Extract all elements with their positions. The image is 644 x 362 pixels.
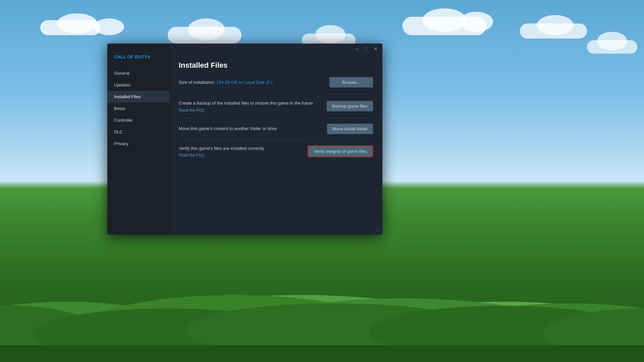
move-description: Move this game's content to another fold… xyxy=(179,125,320,132)
verify-section: Verify this game's files are installed c… xyxy=(179,139,373,163)
backup-description: Create a backup of the installed files t… xyxy=(179,100,320,107)
sidebar-item-updates[interactable]: Updates xyxy=(107,79,169,91)
verify-description: Verify this game's files are installed c… xyxy=(179,145,301,152)
sidebar-item-general[interactable]: General xyxy=(107,67,169,79)
cloud-3-puff xyxy=(315,25,345,44)
verify-info: Verify this game's files are installed c… xyxy=(179,145,301,158)
resize-handle: ⊿ xyxy=(375,227,379,232)
title-bar: ─ □ ✕ xyxy=(169,44,382,54)
install-size-row: Size of installation: 154.26 GB on Local… xyxy=(179,77,373,93)
cloud-4-puff2 xyxy=(460,12,493,32)
verify-faq-link[interactable]: Read the FAQ xyxy=(179,153,301,158)
backup-faq-link[interactable]: Read the FAQ xyxy=(179,108,320,113)
sidebar-item-installed-files[interactable]: Installed Files xyxy=(107,91,169,103)
move-install-button[interactable]: Move install folder xyxy=(327,124,373,134)
browse-button[interactable]: Browse... xyxy=(329,77,373,87)
install-size-text: Size of installation: 154.26 GB on Local… xyxy=(179,79,273,86)
move-section: Move this game's content to another fold… xyxy=(179,118,373,139)
close-button[interactable]: ✕ xyxy=(373,46,378,52)
cloud-1-puff xyxy=(57,13,97,34)
page-content: Installed Files Size of installation: 15… xyxy=(169,54,382,235)
move-info: Move this game's content to another fold… xyxy=(179,125,320,132)
sidebar-item-dlc[interactable]: DLC xyxy=(107,126,169,138)
backup-section: Create a backup of the installed files t… xyxy=(179,94,373,118)
sidebar: CALL OF DUTY® General Updates Installed … xyxy=(107,44,169,235)
main-content: ─ □ ✕ Installed Files Size of installati… xyxy=(169,44,382,235)
maximize-button[interactable]: □ xyxy=(364,46,369,52)
sidebar-item-privacy[interactable]: Privacy xyxy=(107,138,169,149)
steam-dialog: CALL OF DUTY® General Updates Installed … xyxy=(107,44,382,235)
verify-integrity-button[interactable]: Verify integrity of game files xyxy=(308,145,373,157)
page-title: Installed Files xyxy=(179,61,373,70)
sidebar-item-controller[interactable]: Controller xyxy=(107,114,169,126)
cloud-2-puff xyxy=(188,18,225,40)
game-title: CALL OF DUTY® xyxy=(107,54,169,67)
minimize-button[interactable]: ─ xyxy=(354,46,360,52)
sidebar-item-betas[interactable]: Betas xyxy=(107,103,169,114)
svg-rect-14 xyxy=(0,345,644,362)
backup-button[interactable]: Backup game files xyxy=(327,101,373,111)
install-size-value: 154.26 GB on Local Disk (F:) xyxy=(216,80,273,85)
cloud-6-puff xyxy=(597,32,627,50)
cloud-1-puff2 xyxy=(94,18,124,35)
cloud-5-puff xyxy=(537,15,574,35)
backup-info: Create a backup of the installed files t… xyxy=(179,100,320,113)
